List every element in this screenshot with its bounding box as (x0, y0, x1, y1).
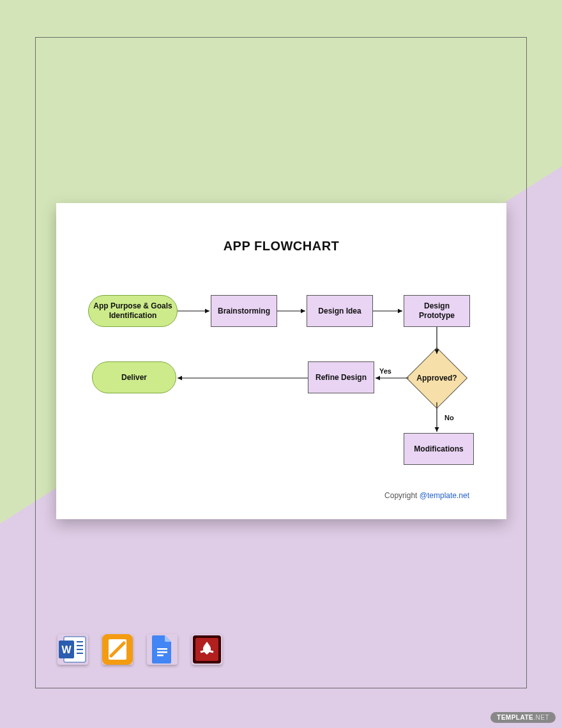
watermark-badge: TEMPLATE.NET (490, 712, 556, 723)
node-decision: Approved? (406, 347, 467, 409)
flowchart-title: APP FLOWCHART (56, 239, 506, 254)
node-start: App Purpose & Goals Identification (88, 295, 178, 327)
word-icon: W (57, 634, 88, 665)
edge-label-no: No (444, 414, 454, 421)
node-idea: Design Idea (307, 295, 373, 327)
watermark-tld: .NET (533, 714, 549, 721)
node-modifications: Modifications (404, 433, 474, 465)
copyright-link[interactable]: @template.net (420, 491, 469, 500)
format-icons-row: W (57, 634, 222, 665)
node-prototype: Design Prototype (404, 295, 470, 327)
copyright-text: Copyright (384, 491, 420, 500)
node-deliver: Deliver (92, 361, 176, 393)
node-decision-label: Approved? (416, 374, 457, 383)
svg-text:W: W (61, 644, 72, 655)
watermark-brand: TEMPLATE (497, 714, 533, 721)
edge-label-yes: Yes (379, 367, 391, 375)
node-refine: Refine Design (308, 361, 374, 393)
node-brainstorm: Brainstorming (211, 295, 277, 327)
svg-rect-17 (157, 651, 167, 653)
svg-rect-16 (157, 648, 167, 650)
flowchart-card: APP FLOWCHART App Purpose & Goals Identi… (56, 203, 506, 519)
svg-rect-18 (157, 655, 163, 656)
copyright: Copyright @template.net (384, 491, 469, 500)
google-docs-icon (147, 634, 178, 665)
pdf-icon (192, 634, 222, 665)
pages-icon (102, 634, 133, 665)
